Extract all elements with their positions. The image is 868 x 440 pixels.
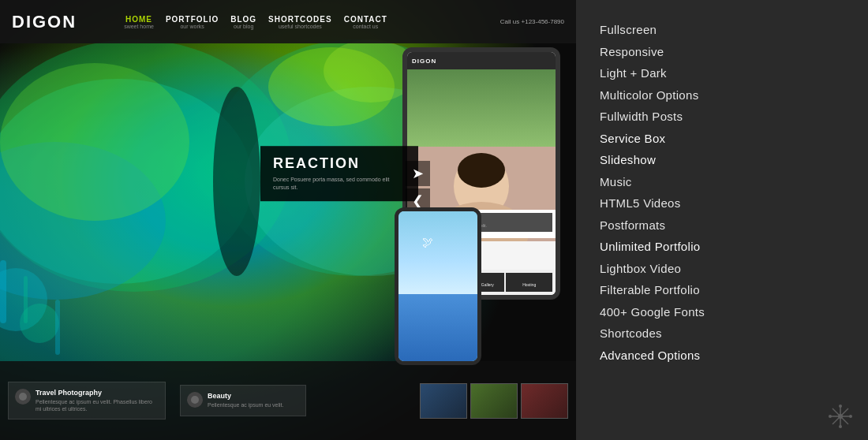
- tablet-hero: [407, 69, 556, 148]
- tablet-nav: DIGON: [407, 52, 556, 69]
- mock-nav-items: HOME sweet home PORTFOLIO our works BLOG…: [124, 15, 387, 29]
- svg-point-28: [829, 415, 832, 418]
- portfolio-thumb-3: [521, 383, 568, 419]
- features-list: Fullscreen Responsive Light + Dark Multi…: [600, 20, 844, 365]
- mock-navigation: DIGON HOME sweet home PORTFOLIO our work…: [0, 0, 576, 43]
- reaction-popup: REACTION Donec Posuere porta massa, sed …: [260, 146, 418, 201]
- features-panel: Fullscreen Responsive Light + Dark Multi…: [576, 0, 868, 440]
- phone-bird-icon: 🕊: [422, 236, 433, 248]
- portfolio-card-title-1: Travel Photography: [36, 389, 159, 397]
- feature-unlimited-portfolio: Unlimited Portfolio: [600, 237, 844, 257]
- feature-light-dark: Light + Dark: [600, 63, 844, 84]
- portfolio-thumb-2: [470, 383, 518, 419]
- portfolio-thumb-1: [420, 383, 467, 419]
- tablet-logo: DIGON: [412, 58, 436, 65]
- svg-point-29: [849, 415, 852, 418]
- tablet-hero-image: [407, 69, 556, 148]
- svg-point-6: [213, 87, 260, 276]
- phone-screen: DIGON 🕊: [398, 211, 477, 361]
- svg-rect-12: [55, 300, 60, 355]
- svg-rect-10: [0, 260, 6, 323]
- feature-google-fonts: 400+ Google Fonts: [600, 302, 844, 323]
- phone-sky: 🕊: [398, 211, 477, 294]
- portfolio-card-content-2: Beauty Pellentesque ac ipsum eu velit.: [208, 392, 284, 408]
- feature-slideshow: Slideshow: [600, 150, 844, 170]
- svg-point-18: [458, 153, 505, 188]
- mock-nav-portfolio: PORTFOLIO our works: [166, 15, 219, 29]
- feature-multicolor: Multicolor Options: [600, 85, 844, 106]
- mock-phone: Call us +123-456-7890: [500, 18, 564, 25]
- portfolio-thumbs: [420, 383, 568, 419]
- svg-point-27: [839, 425, 842, 428]
- feature-responsive: Responsive: [600, 42, 844, 62]
- mock-nav-blog: BLOG our blog: [230, 15, 256, 29]
- svg-point-19: [19, 393, 27, 401]
- feature-lightbox-video: Lightbox Video: [600, 259, 844, 279]
- portfolio-strip: Travel Photography Pellentesque ac ipsum…: [0, 361, 576, 440]
- portfolio-card-2: Beauty Pellentesque ac ipsum eu velit.: [180, 385, 306, 416]
- svg-point-20: [191, 396, 199, 404]
- phone-sea: [398, 294, 477, 362]
- portfolio-card-icon-1: [15, 389, 31, 405]
- next-arrow-icon[interactable]: ➤: [406, 161, 430, 186]
- svg-point-26: [839, 405, 842, 408]
- portfolio-card-text-1: Pellentesque ac ipsum eu velit. Phasellu…: [36, 398, 159, 412]
- feature-fullwidth-posts: Fullwidth Posts: [600, 106, 844, 127]
- reaction-text: Donec Posuere porta massa, sed commodo e…: [273, 176, 406, 192]
- feature-advanced-options: Advanced Options: [600, 345, 844, 366]
- mock-logo: DIGON: [12, 12, 77, 32]
- feature-filterable-portfolio: Filterable Portfolio: [600, 280, 844, 300]
- mock-nav-shortcodes: SHORTCODES useful shortcodes: [268, 15, 332, 29]
- portfolio-card-content-1: Travel Photography Pellentesque ac ipsum…: [36, 389, 159, 412]
- feature-service-box: Service Box: [600, 129, 844, 149]
- mockup-panel: DIGON HOME sweet home PORTFOLIO our work…: [0, 0, 576, 440]
- feature-music: Music: [600, 172, 844, 192]
- decorative-snowflake-icon: [829, 405, 852, 428]
- portfolio-card-icon-2: [187, 392, 203, 408]
- portfolio-card-text-2: Pellentesque ac ipsum eu velit.: [208, 401, 284, 408]
- tablet-nav-item-3: Hosting: [506, 273, 552, 292]
- phone-mockup: DIGON 🕊: [395, 207, 481, 365]
- reaction-title: REACTION: [273, 155, 406, 172]
- feature-shortcodes: Shortcodes: [600, 323, 844, 344]
- svg-point-3: [0, 63, 189, 221]
- feature-fullscreen: Fullscreen: [600, 20, 844, 40]
- feature-postformats: Postformats: [600, 215, 844, 236]
- mock-nav-home: HOME sweet home: [124, 15, 154, 29]
- portfolio-card-title-2: Beauty: [208, 392, 284, 400]
- mock-nav-contact: CONTACT contact us: [344, 15, 387, 29]
- feature-html5-videos: HTML5 Videos: [600, 193, 844, 214]
- svg-rect-11: [24, 276, 28, 323]
- portfolio-card-1: Travel Photography Pellentesque ac ipsum…: [8, 382, 166, 419]
